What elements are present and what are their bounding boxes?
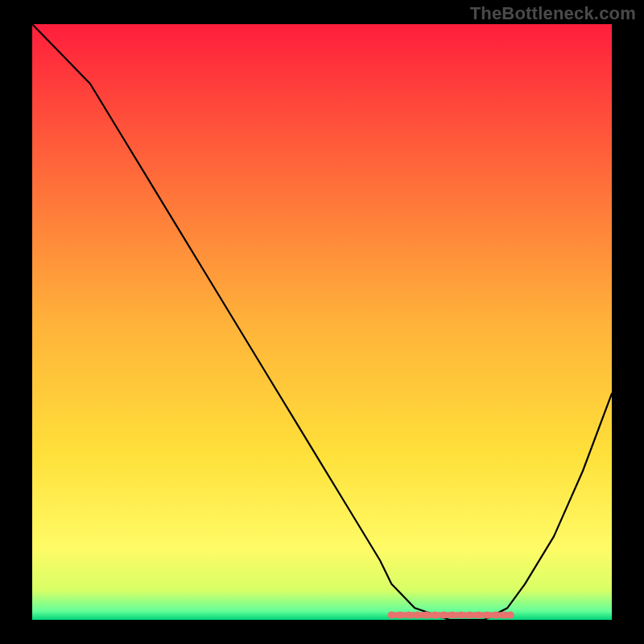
watermark-text: TheBottleneck.com [470, 3, 636, 24]
chart-plot-area [32, 24, 612, 620]
chart-stage: TheBottleneck.com [0, 0, 644, 644]
optimal-marker-dot [506, 611, 514, 618]
optimal-range-markers [388, 611, 514, 618]
gradient-background [32, 24, 612, 620]
chart-svg [32, 24, 612, 620]
